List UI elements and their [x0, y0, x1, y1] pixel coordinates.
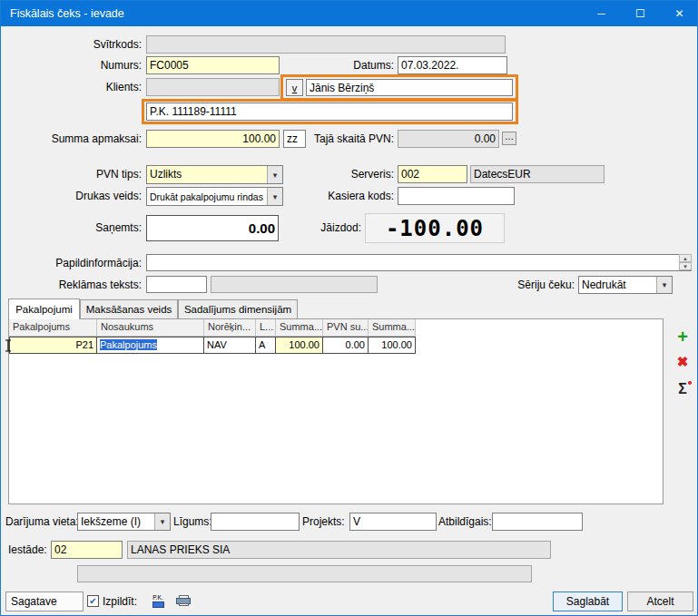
- sum-dot: [688, 381, 692, 385]
- atbildigais-input[interactable]: [492, 513, 583, 531]
- sanemts-input[interactable]: [146, 215, 279, 241]
- pk-icon-text: P.K.: [152, 594, 162, 601]
- papildinformacija-scroll[interactable]: ▲ ▼: [679, 254, 692, 270]
- printer-icon[interactable]: [173, 591, 193, 611]
- cell-summa2[interactable]: 100.00: [369, 337, 416, 354]
- papildinformacija-label: Papildinformācija:: [19, 254, 142, 272]
- scroll-down-icon[interactable]: ▼: [679, 262, 692, 270]
- chevron-down-icon: ▾: [154, 513, 170, 530]
- col-header-pakalpojums[interactable]: Pakalpojums: [9, 319, 97, 337]
- tab-pakalpojumi[interactable]: Pakalpojumi: [8, 298, 80, 319]
- table-header: Pakalpojums Nosaukums Norēķin... L... Su…: [9, 319, 663, 337]
- pvn-tips-value: Uzlikts: [147, 166, 267, 183]
- pk-icon-bar: [152, 601, 164, 608]
- kasiera-kods-label: Kasiera kods:: [312, 187, 394, 205]
- iestade-code-input[interactable]: [51, 541, 123, 559]
- saglabat-button[interactable]: Saglabāt: [553, 592, 623, 611]
- izpildit-checkbox[interactable]: ✔: [87, 595, 99, 607]
- scroll-up-icon[interactable]: ▲: [679, 254, 692, 262]
- chevron-down-icon: ▾: [267, 166, 282, 183]
- reklamas-teksts-label: Reklāmas teksts:: [19, 276, 142, 294]
- klients-label: Klients:: [37, 78, 142, 96]
- pvn-amount-input: [398, 130, 499, 148]
- col-header-pvn-summa[interactable]: PVN su...: [323, 319, 369, 337]
- window-title: Fiskālais čeks - ievade: [1, 7, 582, 20]
- papildinformacija-input[interactable]: [146, 254, 692, 271]
- projekts-label: Projekts:: [302, 513, 348, 531]
- pvn-tips-select[interactable]: Uzlikts ▾: [146, 165, 283, 184]
- cell-summa1[interactable]: 100.00: [276, 337, 323, 354]
- izpildit-label: Izpildīt:: [103, 592, 146, 611]
- projekts-input[interactable]: [349, 513, 437, 531]
- svitrkods-label: Svītrkods:: [37, 35, 142, 54]
- col-header-summa1[interactable]: Summa...: [276, 319, 323, 337]
- pk-stamp-icon[interactable]: P.K.: [148, 591, 168, 611]
- dialog-window: Fiskālais čeks - ievade ─ ☐ ✕ Svītrkods:…: [0, 0, 698, 616]
- sum-icon[interactable]: Σ: [673, 380, 692, 398]
- window-controls: ─ ☐ ✕: [582, 1, 698, 26]
- col-header-summa2[interactable]: Summa...: [369, 319, 416, 337]
- cell-nosaukums[interactable]: Pakalpojums: [97, 337, 204, 354]
- cell-norekin[interactable]: NAV: [204, 337, 256, 354]
- serveris-label: Serveris:: [312, 165, 394, 183]
- cell-pakalpojums[interactable]: P21: [9, 337, 97, 354]
- tab-maksasanas-veids[interactable]: Maksāšanas veids: [80, 299, 178, 319]
- chevron-down-icon: ▾: [267, 188, 282, 205]
- iestade-label: Iestāde:: [8, 541, 48, 559]
- seriju-ceku-select[interactable]: Nedrukāt ▾: [578, 276, 673, 294]
- chevron-down-icon: ▾: [656, 277, 672, 293]
- close-icon[interactable]: ✕: [660, 1, 698, 26]
- sagatave-button[interactable]: Sagatave: [5, 592, 84, 611]
- client-pk-input[interactable]: [146, 103, 513, 121]
- reklamas-teksts-input[interactable]: [146, 276, 207, 293]
- table-row[interactable]: P21 Pakalpojums NAV A 100.00 0.00 100.00: [9, 337, 663, 354]
- maximize-icon[interactable]: ☐: [621, 1, 660, 26]
- col-header-nosaukums[interactable]: Nosaukums: [97, 319, 204, 337]
- numurs-label: Numurs:: [37, 56, 142, 74]
- drukas-veids-value: Drukāt pakalpojumu rindas: [147, 188, 267, 205]
- seriju-ceku-value: Nedrukāt: [579, 277, 656, 293]
- titlebar[interactable]: Fiskālais čeks - ievade ─ ☐ ✕: [1, 1, 698, 26]
- serveris-name-field: [470, 165, 605, 183]
- sigma-glyph: Σ: [678, 381, 687, 397]
- atbildigais-label: Atbildīgais:: [438, 513, 490, 531]
- ligums-label: Līgums:: [173, 513, 210, 531]
- seriju-ceku-label: Sēriju čeku:: [509, 276, 575, 294]
- summa-apmaksai-label: Summa apmaksai:: [19, 130, 142, 148]
- reklamas-teksts-field2: [211, 276, 378, 293]
- add-row-icon[interactable]: +: [673, 328, 692, 346]
- serveris-input[interactable]: [398, 165, 467, 183]
- darijuma-vieta-label: Darījuma vieta:: [5, 513, 75, 531]
- ligums-input[interactable]: [211, 513, 300, 531]
- col-header-l[interactable]: L...: [256, 319, 276, 337]
- tab-sadalijums-dimensijam[interactable]: Sadalījums dimensijām: [178, 299, 298, 319]
- datums-input[interactable]: [398, 56, 507, 74]
- ibeam-cursor-icon: [4, 339, 13, 352]
- iestade-name-field: [127, 541, 551, 559]
- svitrkods-input: [146, 35, 506, 54]
- kasiera-kods-input[interactable]: [398, 187, 515, 205]
- selected-text: Pakalpojums: [100, 339, 157, 350]
- client-dropdown-button[interactable]: v: [286, 79, 303, 96]
- summa-apmaksai-input[interactable]: [146, 130, 280, 148]
- client-name-input[interactable]: [306, 79, 513, 96]
- atcelt-button[interactable]: Atcelt: [627, 592, 693, 611]
- col-header-norekin[interactable]: Norēķin...: [204, 319, 256, 337]
- drukas-veids-label: Drukas veids:: [37, 187, 142, 205]
- printer-output: [179, 603, 189, 606]
- cell-pvn-summa[interactable]: 0.00: [323, 337, 369, 354]
- ellipsis-button[interactable]: …: [502, 132, 516, 145]
- jaizdod-label: Jāizdod:: [291, 219, 361, 237]
- jaizdod-display: -100.00: [365, 213, 505, 243]
- check-icon: ✔: [89, 596, 96, 606]
- darijuma-vieta-select[interactable]: Iekšzeme (I) ▾: [77, 513, 171, 531]
- drukas-veids-select[interactable]: Drukāt pakalpojumu rindas ▾: [146, 187, 283, 206]
- services-table: Pakalpojums Nosaukums Norēķin... L... Su…: [8, 318, 664, 504]
- extra-disabled-field: [77, 565, 532, 582]
- cell-l[interactable]: A: [256, 337, 276, 354]
- minimize-icon[interactable]: ─: [582, 1, 621, 26]
- numurs-input[interactable]: [146, 56, 280, 74]
- datums-label: Datums:: [312, 56, 394, 74]
- pvn-tips-label: PVN tips:: [37, 165, 142, 183]
- delete-row-icon[interactable]: ✖: [673, 353, 692, 371]
